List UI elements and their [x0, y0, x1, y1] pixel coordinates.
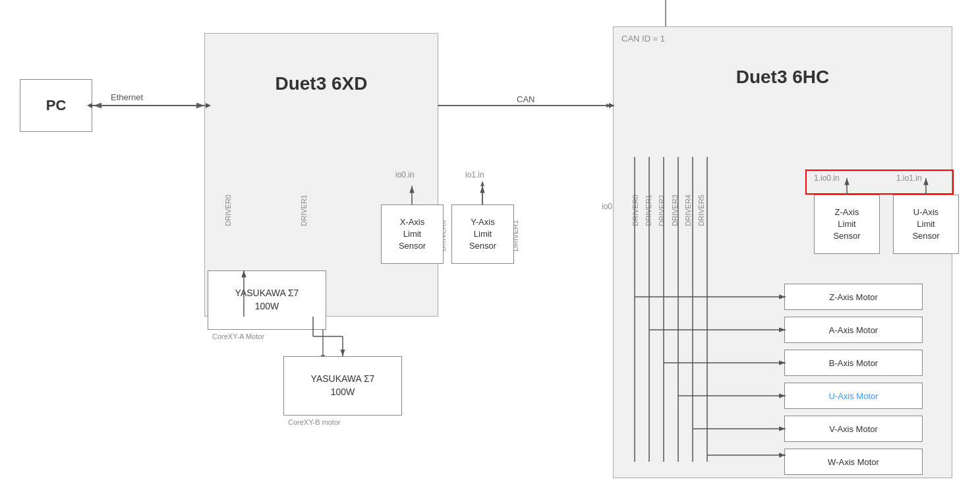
z-axis-sensor: Z-Axis Limit Sensor [814, 195, 880, 254]
svg-marker-17 [480, 181, 484, 186]
driver2-6hc: DRIVER2 [658, 195, 666, 226]
io0in-label: io0.in [395, 170, 415, 179]
a-axis-motor: A-Axis Motor [784, 317, 923, 343]
yasukawa-b-sub: CoreXY-B motor [288, 418, 341, 426]
yasukawa-b-label: YASUKAWA Σ7 100W [311, 373, 375, 398]
y-axis-sensor: Y-Axis Limit Sensor [451, 204, 514, 264]
io1in-label: io1.in [465, 170, 484, 179]
b-axis-motor: B-Axis Motor [784, 350, 923, 376]
driver4-6hc: DRIVER4 [684, 195, 692, 226]
driver1-6hc: DRIVER1 [645, 195, 652, 226]
pc-box: PC [20, 79, 92, 132]
duet6xd-title: Duet3 6XD [205, 73, 438, 94]
w-axis-motor: W-Axis Motor [784, 449, 923, 475]
io0-6hc-label: 1.io0.in [814, 173, 840, 183]
driver5-6hc: DRIVER5 [697, 195, 705, 226]
can-label: CAN [517, 94, 534, 104]
duet6hc-title: Duet3 6HC [614, 67, 952, 88]
driver3-6hc: DRIVER3 [671, 195, 679, 226]
u-axis-motor: U-Axis Motor [784, 383, 923, 409]
can-id-label: CAN ID = 1 [621, 34, 665, 44]
yasukawa-a-box: YASUKAWA Σ7 100W [208, 270, 326, 330]
svg-marker-8 [606, 104, 612, 108]
io1-6hc-label: 1.io1.in [896, 173, 922, 183]
driver0-6xd-label: DRIVER0 [224, 195, 232, 226]
driver0-6hc: DRIVER0 [631, 195, 639, 226]
v-axis-motor: V-Axis Motor [784, 416, 923, 442]
pc-label: PC [46, 97, 67, 114]
yasukawa-b-box: YASUKAWA Σ7 100W [283, 356, 402, 416]
yasukawa-a-sub: CoreXY-A Motor [212, 332, 264, 340]
yasukawa-a-label: YASUKAWA Σ7 100W [235, 287, 299, 313]
x-axis-sensor: X-Axis Limit Sensor [381, 204, 444, 264]
diagram: PC Ethernet Duet3 6XD DRIVER0 DRIVER1 io… [0, 0, 980, 500]
z-axis-motor: Z-Axis Motor [784, 284, 923, 310]
ethernet-label: Ethernet [111, 92, 143, 102]
u-axis-sensor: U-Axis Limit Sensor [893, 195, 959, 254]
driver1-6xd-label: DRIVER1 [300, 195, 308, 226]
